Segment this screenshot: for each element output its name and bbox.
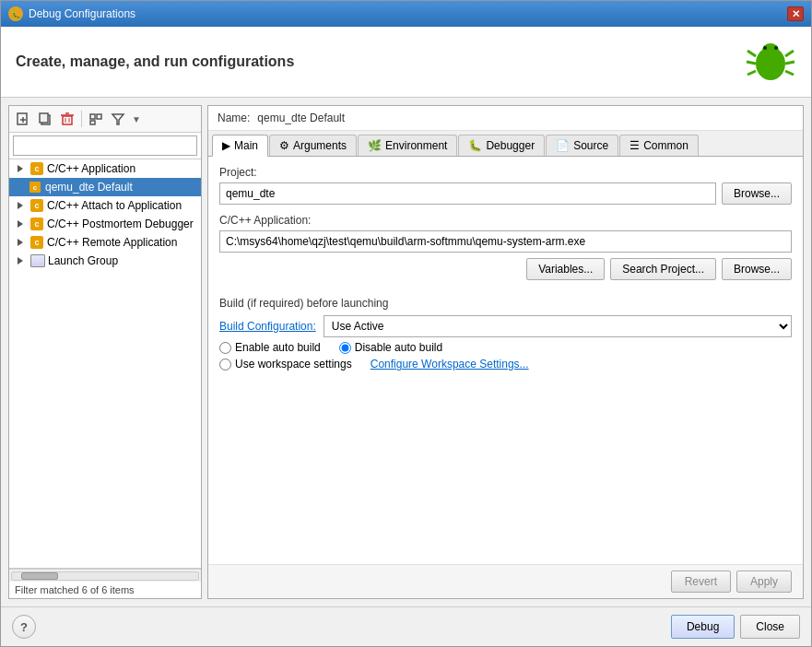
configure-workspace-button[interactable]: Configure Workspace Settings...: [371, 358, 529, 371]
tree-item-label: Launch Group: [48, 254, 118, 267]
svg-point-1: [762, 43, 779, 58]
variables-button[interactable]: Variables...: [526, 258, 605, 280]
project-label: Project:: [219, 166, 792, 179]
scrollbar-track[interactable]: [11, 571, 199, 581]
filter-status: Filter matched 6 of 6 items: [9, 582, 201, 598]
build-mode-group: Enable auto build Disable auto build: [219, 341, 792, 354]
tree-expand-icon: [13, 198, 28, 213]
svg-rect-22: [90, 121, 95, 124]
titlebar-title: Debug Configurations: [29, 7, 135, 20]
tree-item-cpp-attach[interactable]: c C/C++ Attach to Application: [9, 196, 201, 215]
cpp-attach-badge: c: [30, 199, 43, 212]
tab-environment-label: Environment: [385, 139, 447, 152]
cpp-app-badge: c: [30, 162, 43, 175]
tree-expand-icon: [13, 235, 28, 250]
tree-item-cpp-app[interactable]: c C/C++ Application: [9, 159, 201, 178]
right-panel: Name: qemu_dte Default ▶ Main ⚙ Argument…: [207, 105, 804, 599]
titlebar-left: 🐛 Debug Configurations: [8, 6, 135, 21]
disable-auto-build-label[interactable]: Disable auto build: [339, 341, 442, 354]
tab-arguments-label: Arguments: [293, 139, 347, 152]
svg-line-3: [747, 62, 756, 64]
close-window-button[interactable]: ✕: [787, 6, 804, 21]
disable-auto-build-text: Disable auto build: [355, 341, 442, 354]
svg-rect-21: [97, 114, 101, 119]
project-row: Browse...: [219, 182, 792, 205]
bottom-right-buttons: Debug Close: [671, 615, 800, 639]
arguments-tab-icon: ⚙: [279, 139, 289, 152]
cpp-app-input[interactable]: [219, 230, 792, 253]
duplicate-config-button[interactable]: [35, 109, 55, 129]
cpp-remote-badge: c: [30, 236, 43, 249]
tab-common-label: Common: [643, 139, 688, 152]
main-content: ▼ c C/C++ Application c: [1, 98, 811, 606]
tab-debugger[interactable]: 🐛 Debugger: [458, 135, 545, 156]
project-browse-button[interactable]: Browse...: [722, 182, 792, 205]
build-section-title: Build (if required) before launching: [219, 297, 792, 310]
tab-source[interactable]: 📄 Source: [546, 135, 618, 156]
use-workspace-label[interactable]: Use workspace settings: [219, 358, 352, 371]
left-scrollbar[interactable]: [9, 569, 201, 582]
tab-arguments[interactable]: ⚙ Arguments: [269, 135, 357, 156]
filter-button[interactable]: [108, 109, 128, 129]
left-toolbar: ▼: [9, 106, 201, 133]
titlebar: 🐛 Debug Configurations ✕: [1, 1, 811, 27]
enable-auto-build-text: Enable auto build: [235, 341, 321, 354]
close-button[interactable]: Close: [740, 615, 800, 639]
svg-marker-23: [112, 114, 124, 124]
tree-expand-icon: [13, 253, 28, 268]
tree-item-cpp-remote[interactable]: c C/C++ Remote Application: [9, 233, 201, 252]
enable-auto-build-label[interactable]: Enable auto build: [219, 341, 321, 354]
bottom-bar: ? Debug Close: [1, 606, 811, 646]
common-tab-icon: ☰: [630, 139, 640, 152]
name-label: Name:: [218, 112, 250, 124]
tab-environment[interactable]: 🌿 Environment: [358, 135, 457, 156]
search-input[interactable]: [13, 135, 197, 156]
use-workspace-radio[interactable]: [219, 359, 231, 371]
tab-main[interactable]: ▶ Main: [212, 135, 268, 157]
toolbar-separator: [81, 111, 82, 127]
tab-common[interactable]: ☰ Common: [619, 135, 699, 156]
svg-rect-14: [40, 113, 48, 123]
source-tab-icon: 📄: [556, 139, 570, 152]
apply-button[interactable]: Apply: [736, 571, 792, 593]
revert-button[interactable]: Revert: [671, 571, 731, 593]
main-tab-content: Project: Browse... C/C++ Application: Va…: [208, 157, 803, 564]
scrollbar-thumb[interactable]: [21, 572, 58, 580]
tree-expand-icon: [13, 161, 28, 176]
collapse-button[interactable]: [86, 109, 106, 129]
build-config-select[interactable]: Use Active Debug Release: [324, 315, 792, 337]
environment-tab-icon: 🌿: [368, 139, 382, 152]
tree-item-label: qemu_dte Default: [45, 181, 133, 194]
tree-item-cpp-postmortem[interactable]: c C/C++ Postmortem Debugger: [9, 215, 201, 233]
tree-item-label: C/C++ Attach to Application: [47, 199, 182, 212]
tree-item-launch-group[interactable]: Launch Group: [9, 252, 201, 270]
config-action-buttons: Revert Apply: [208, 564, 803, 598]
debug-configurations-window: 🐛 Debug Configurations ✕ Create, manage,…: [0, 0, 812, 647]
tree-item-qemu-default[interactable]: c qemu_dte Default: [9, 178, 201, 196]
enable-auto-build-radio[interactable]: [219, 342, 231, 354]
search-project-button[interactable]: Search Project...: [610, 258, 716, 280]
debug-button[interactable]: Debug: [671, 615, 735, 639]
new-config-button[interactable]: [13, 109, 33, 129]
delete-config-button[interactable]: [57, 109, 77, 129]
use-workspace-text: Use workspace settings: [235, 358, 352, 371]
cpp-postmortem-badge: c: [30, 218, 43, 230]
name-row: Name: qemu_dte Default: [208, 106, 803, 131]
tab-source-label: Source: [573, 139, 608, 152]
svg-line-2: [747, 51, 756, 56]
header: Create, manage, and run configurations: [1, 27, 811, 98]
svg-rect-15: [63, 116, 72, 124]
debugger-tab-icon: 🐛: [468, 139, 482, 152]
workspace-settings-group: Use workspace settings Configure Workspa…: [219, 358, 792, 371]
svg-line-7: [785, 71, 794, 75]
cpp-app-browse-button[interactable]: Browse...: [722, 258, 792, 280]
cpp-app-label: C/C++ Application:: [219, 214, 792, 227]
cpp-app-row: [219, 230, 792, 253]
project-input[interactable]: [219, 182, 716, 205]
config-tree: c C/C++ Application c qemu_dte Default c…: [9, 159, 201, 568]
help-button[interactable]: ?: [12, 615, 36, 639]
disable-auto-build-radio[interactable]: [339, 342, 351, 354]
search-box: [9, 133, 201, 159]
launch-group-icon: [30, 254, 45, 267]
build-config-link[interactable]: Build Configuration:: [219, 320, 316, 333]
